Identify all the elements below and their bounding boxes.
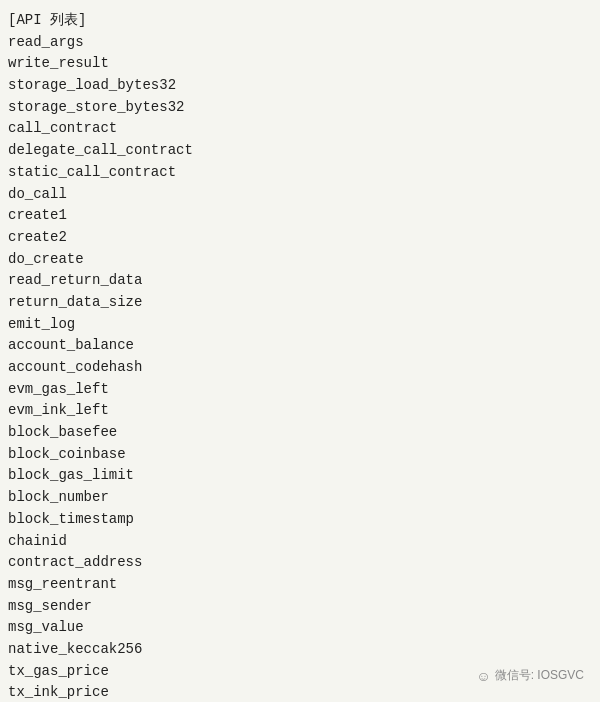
api-line: read_args: [8, 32, 592, 54]
api-line: evm_ink_left: [8, 400, 592, 422]
api-line: create2: [8, 227, 592, 249]
api-line: block_basefee: [8, 422, 592, 444]
api-line: block_coinbase: [8, 444, 592, 466]
api-line: contract_address: [8, 552, 592, 574]
watermark-icon: ☺: [476, 668, 490, 684]
api-line: native_keccak256: [8, 639, 592, 661]
api-line: msg_reentrant: [8, 574, 592, 596]
api-line: storage_load_bytes32: [8, 75, 592, 97]
api-line: read_return_data: [8, 270, 592, 292]
api-line: return_data_size: [8, 292, 592, 314]
api-line: msg_value: [8, 617, 592, 639]
api-line: evm_gas_left: [8, 379, 592, 401]
api-line: tx_ink_price: [8, 682, 592, 702]
api-line: emit_log: [8, 314, 592, 336]
watermark: ☺ 微信号: IOSGVC: [476, 667, 584, 684]
watermark-text: 微信号: IOSGVC: [495, 667, 584, 684]
api-line: storage_store_bytes32: [8, 97, 592, 119]
api-line: static_call_contract: [8, 162, 592, 184]
api-line: delegate_call_contract: [8, 140, 592, 162]
api-line: block_timestamp: [8, 509, 592, 531]
api-line: do_create: [8, 249, 592, 271]
api-line: msg_sender: [8, 596, 592, 618]
api-line: write_result: [8, 53, 592, 75]
api-line: do_call: [8, 184, 592, 206]
api-line: call_contract: [8, 118, 592, 140]
api-line: [API 列表]: [8, 10, 592, 32]
api-line: block_number: [8, 487, 592, 509]
api-line: account_codehash: [8, 357, 592, 379]
api-line: create1: [8, 205, 592, 227]
api-line: chainid: [8, 531, 592, 553]
api-line: account_balance: [8, 335, 592, 357]
api-list-container: [API 列表]read_argswrite_resultstorage_loa…: [0, 0, 600, 702]
api-line: block_gas_limit: [8, 465, 592, 487]
